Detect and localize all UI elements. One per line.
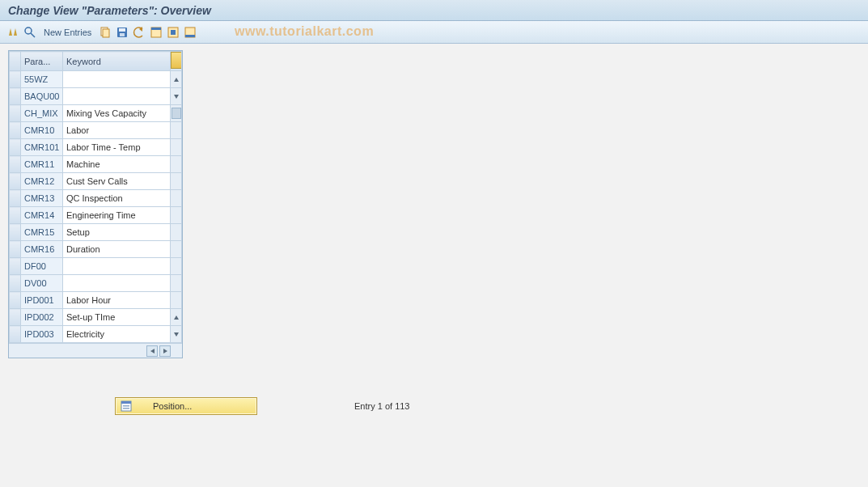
cell-param[interactable]: CMR14 [21, 207, 63, 224]
row-select-cell[interactable] [10, 88, 21, 105]
table-container: Para... Keyword 55WZBAQU00CH_MIXMixing V… [8, 50, 183, 358]
row-select-cell[interactable] [10, 190, 21, 207]
cell-param[interactable]: CMR15 [21, 224, 63, 241]
table-row[interactable]: IPD003Electricity [10, 326, 182, 343]
table-row[interactable]: DF00 [10, 258, 182, 275]
position-button-label: Position... [153, 401, 192, 411]
scrollbar-track [171, 258, 182, 275]
cell-param[interactable]: CMR10 [21, 122, 63, 139]
cell-param[interactable]: CMR11 [21, 156, 63, 173]
cell-keyword[interactable] [63, 88, 171, 105]
select-all-header[interactable] [10, 52, 21, 71]
cell-keyword[interactable] [63, 258, 171, 275]
cell-keyword[interactable]: QC Inspection [63, 190, 171, 207]
svg-rect-16 [123, 408, 129, 409]
row-select-cell[interactable] [10, 326, 21, 343]
new-entries-button[interactable]: New Entries [40, 28, 95, 37]
cell-keyword[interactable] [63, 275, 171, 292]
cell-param[interactable]: DF00 [21, 258, 63, 275]
scrollbar-thumb[interactable] [171, 105, 182, 122]
row-select-cell[interactable] [10, 122, 21, 139]
table-row[interactable]: DV00 [10, 275, 182, 292]
find-icon[interactable] [23, 26, 36, 39]
cell-keyword[interactable]: Labor Hour [63, 292, 171, 309]
select-all-icon[interactable] [150, 26, 163, 39]
table-row[interactable]: CMR10Labor [10, 122, 182, 139]
deselect-all-icon[interactable] [184, 26, 197, 39]
other-view-icon[interactable] [6, 26, 19, 39]
col-header-param[interactable]: Para... [21, 52, 63, 71]
cell-keyword[interactable]: Engineering Time [63, 207, 171, 224]
select-block-icon[interactable] [167, 26, 180, 39]
row-select-cell[interactable] [10, 292, 21, 309]
row-select-cell[interactable] [10, 241, 21, 258]
row-select-cell[interactable] [10, 224, 21, 241]
table-row[interactable]: CMR12Cust Serv Calls [10, 173, 182, 190]
cell-keyword[interactable]: Cust Serv Calls [63, 173, 171, 190]
scrollbar-track [171, 224, 182, 241]
table-row[interactable]: CMR16Duration [10, 241, 182, 258]
cell-keyword[interactable]: Labor [63, 122, 171, 139]
cell-param[interactable]: IPD001 [21, 292, 63, 309]
table-row[interactable]: 55WZ [10, 71, 182, 88]
cell-param[interactable]: CMR12 [21, 173, 63, 190]
table-row[interactable]: CMR101Labor Time - Temp [10, 139, 182, 156]
row-select-cell[interactable] [10, 258, 21, 275]
row-select-cell[interactable] [10, 207, 21, 224]
scroll-page-up-button[interactable] [171, 88, 182, 105]
cell-keyword[interactable]: Labor Time - Temp [63, 139, 171, 156]
table-row[interactable]: CMR13QC Inspection [10, 190, 182, 207]
copy-icon[interactable] [99, 26, 112, 39]
cell-param[interactable]: CH_MIX [21, 105, 63, 122]
cell-param[interactable]: BAQU00 [21, 88, 63, 105]
row-select-cell[interactable] [10, 309, 21, 326]
svg-rect-8 [151, 28, 161, 30]
scrollbar-track [171, 173, 182, 190]
cell-keyword[interactable]: Set-up TIme [63, 309, 171, 326]
table-row[interactable]: BAQU00 [10, 88, 182, 105]
cell-param[interactable]: CMR16 [21, 241, 63, 258]
cell-keyword[interactable]: Electricity [63, 326, 171, 343]
scrollbar-track [171, 207, 182, 224]
toolbar: New Entries www.tutorialkart.com [0, 21, 868, 44]
table-row[interactable]: IPD001Labor Hour [10, 292, 182, 309]
scrollbar-track [171, 122, 182, 139]
table-row[interactable]: IPD002Set-up TIme [10, 309, 182, 326]
table-row[interactable]: CMR15Setup [10, 224, 182, 241]
cell-keyword[interactable] [63, 71, 171, 88]
cell-param[interactable]: CMR101 [21, 139, 63, 156]
cell-keyword[interactable]: Machine [63, 156, 171, 173]
cell-param[interactable]: IPD002 [21, 309, 63, 326]
scroll-left-button[interactable] [146, 345, 158, 357]
cell-param[interactable]: 55WZ [21, 71, 63, 88]
position-button[interactable]: Position... [115, 397, 257, 415]
scroll-page-down-button[interactable] [171, 309, 182, 326]
scrollbar-track [171, 292, 182, 309]
scroll-down-button[interactable] [171, 326, 182, 343]
cell-keyword[interactable]: Setup [63, 224, 171, 241]
svg-rect-14 [121, 401, 131, 404]
row-select-cell[interactable] [10, 275, 21, 292]
scrollbar-track [171, 190, 182, 207]
parameters-table: Para... Keyword 55WZBAQU00CH_MIXMixing V… [9, 51, 182, 343]
col-header-keyword[interactable]: Keyword [63, 52, 171, 71]
row-select-cell[interactable] [10, 173, 21, 190]
cell-param[interactable]: IPD003 [21, 326, 63, 343]
cell-param[interactable]: CMR13 [21, 190, 63, 207]
page-title: Change View "Parameters": Overview [8, 4, 211, 17]
cell-keyword[interactable]: Duration [63, 241, 171, 258]
table-row[interactable]: CH_MIXMixing Ves Capacity [10, 105, 182, 122]
scroll-right-button[interactable] [159, 345, 171, 357]
undo-icon[interactable] [133, 26, 146, 39]
table-row[interactable]: CMR11Machine [10, 156, 182, 173]
scroll-up-button[interactable] [171, 71, 182, 88]
cell-param[interactable]: DV00 [21, 275, 63, 292]
configure-columns-button[interactable] [171, 52, 182, 71]
cell-keyword[interactable]: Mixing Ves Capacity [63, 105, 171, 122]
row-select-cell[interactable] [10, 105, 21, 122]
row-select-cell[interactable] [10, 156, 21, 173]
row-select-cell[interactable] [10, 71, 21, 88]
save-icon[interactable] [116, 26, 129, 39]
table-row[interactable]: CMR14Engineering Time [10, 207, 182, 224]
row-select-cell[interactable] [10, 139, 21, 156]
